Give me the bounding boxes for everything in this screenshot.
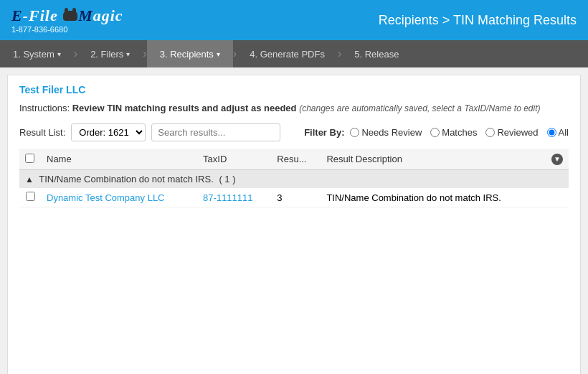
- group-row-cell: ▲ TIN/Name Combination do not match IRS.…: [19, 170, 569, 189]
- row-name[interactable]: Dynamic Test Company LLC: [41, 188, 197, 207]
- nav-item-release[interactable]: 5. Release: [341, 40, 412, 67]
- group-label: TIN/Name Combination do not match IRS.: [39, 174, 214, 184]
- filter-radio-group: Needs Review Matches Reviewed All: [350, 127, 569, 138]
- search-input[interactable]: [151, 123, 280, 141]
- order-select[interactable]: Order: 1621: [71, 123, 146, 141]
- header: E-File Magic 1-877-836-6680 Recipients >…: [0, 0, 588, 40]
- instructions-prefix: Instructions:: [19, 103, 70, 113]
- results-table: Name TaxID Resu... Result Description ▼: [19, 149, 569, 207]
- nav-label-filers: 2. Filers: [90, 49, 123, 60]
- instructions-main: Review TIN matching results and adjust a…: [72, 103, 297, 113]
- result-list-label: Result List:: [19, 127, 65, 138]
- th-result-description: Result Description: [321, 149, 546, 170]
- nav-arrow-recipients: ▾: [217, 50, 220, 58]
- th-result-code: Resu...: [271, 149, 321, 170]
- logo: E-File Magic: [11, 6, 123, 25]
- instructions-bar: Instructions: Review TIN matching result…: [19, 103, 569, 113]
- row-result-description: TIN/Name Combination do not match IRS.: [321, 188, 546, 207]
- nav-label-system: 1. System: [13, 49, 54, 60]
- filter-matches[interactable]: Matches: [430, 127, 477, 138]
- group-count: ( 1 ): [219, 174, 235, 184]
- group-collapse-icon[interactable]: ▲: [25, 174, 34, 184]
- filter-all[interactable]: All: [547, 127, 569, 138]
- instructions-note: (changes are automatically saved, select…: [299, 103, 540, 113]
- table-row: Dynamic Test Company LLC 87-1111111 3 TI…: [19, 188, 569, 207]
- navigation: 1. System ▾ › 2. Filers ▾ › 3. Recipient…: [0, 40, 588, 67]
- th-checkbox: [19, 149, 41, 170]
- filter-area: Filter By: Needs Review Matches Reviewed…: [304, 127, 569, 138]
- row-checkbox[interactable]: [26, 192, 35, 201]
- nav-label-generate-pdfs: 4. Generate PDFs: [250, 49, 325, 60]
- nav-item-filers[interactable]: 2. Filers ▾: [77, 40, 143, 67]
- nav-label-recipients: 3. Recipients: [160, 49, 214, 60]
- th-name: Name: [41, 149, 197, 170]
- th-sort[interactable]: ▼: [546, 149, 569, 170]
- filer-name: Test Filer LLC: [19, 84, 569, 95]
- toolbar: Result List: Order: 1621 Filter By: Need…: [19, 123, 569, 141]
- row-checkbox-cell: [19, 188, 41, 207]
- filter-label: Filter By:: [304, 127, 344, 138]
- sort-icon[interactable]: ▼: [551, 154, 563, 165]
- filter-matches-radio[interactable]: [430, 128, 440, 137]
- nav-item-system[interactable]: 1. System ▾: [0, 40, 74, 67]
- nav-arrow-filers: ▾: [126, 50, 130, 58]
- filter-needs-review-radio[interactable]: [350, 128, 359, 137]
- filter-reviewed[interactable]: Reviewed: [485, 127, 538, 138]
- filter-all-radio[interactable]: [547, 128, 556, 137]
- group-row: ▲ TIN/Name Combination do not match IRS.…: [19, 170, 569, 189]
- logo-area: E-File Magic 1-877-836-6680: [11, 6, 123, 34]
- th-taxid: TaxID: [197, 149, 271, 170]
- row-result-code: 3: [271, 188, 321, 207]
- select-all-checkbox[interactable]: [25, 154, 34, 163]
- nav-item-recipients[interactable]: 3. Recipients ▾: [147, 40, 233, 67]
- row-taxid[interactable]: 87-1111111: [197, 188, 271, 207]
- main-content: Test Filer LLC Instructions: Review TIN …: [7, 75, 581, 374]
- nav-label-release: 5. Release: [354, 49, 399, 60]
- page-title: Recipients > TIN Matching Results: [379, 13, 577, 28]
- filter-reviewed-radio[interactable]: [485, 128, 495, 137]
- nav-item-generate-pdfs[interactable]: 4. Generate PDFs: [237, 40, 338, 67]
- filter-needs-review[interactable]: Needs Review: [350, 127, 422, 138]
- nav-arrow-system: ▾: [57, 50, 61, 58]
- phone-number: 1-877-836-6680: [11, 25, 123, 34]
- row-action: [546, 188, 569, 207]
